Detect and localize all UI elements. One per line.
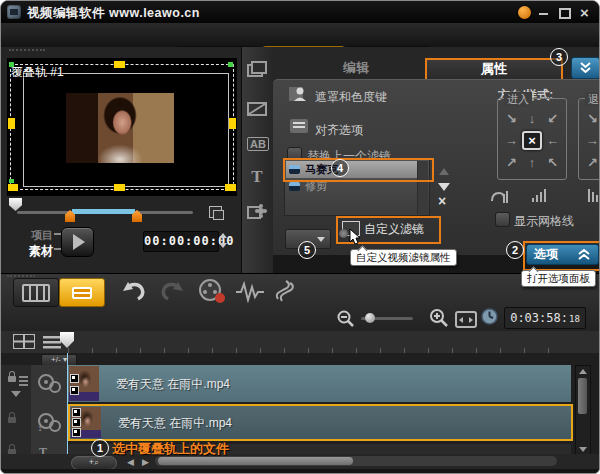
- exit-arrow[interactable]: →: [582, 129, 600, 151]
- ruler-storyboard-icon[interactable]: [13, 334, 35, 353]
- enter-arrow[interactable]: ←: [542, 129, 563, 151]
- scroll-left-icon[interactable]: ◀: [127, 457, 134, 467]
- video-track-clip[interactable]: 爱有天意 在雨中.mp4: [68, 365, 571, 402]
- horizontal-scroll-thumb[interactable]: [158, 457, 353, 465]
- maximize-icon[interactable]: [559, 8, 571, 19]
- title-gallery-icon[interactable]: T: [247, 167, 267, 187]
- handle-bottom-left-green[interactable]: [9, 179, 14, 183]
- exit-arrow[interactable]: ↗: [582, 151, 600, 173]
- handle-bottom-right[interactable]: [225, 184, 236, 191]
- enter-arrow[interactable]: ↑: [522, 151, 543, 173]
- title-ab-gallery-icon[interactable]: AB: [247, 137, 269, 151]
- playhead-line: [67, 353, 68, 454]
- sound-mixer-icon[interactable]: [235, 281, 265, 307]
- overlay-track-label: 覆叠轨 #1: [11, 64, 64, 81]
- storyboard-view-button[interactable]: [13, 278, 59, 307]
- play-button[interactable]: [61, 227, 94, 257]
- enter-arrow[interactable]: ↘: [501, 107, 522, 129]
- app-window: 视频编辑软件 www.leawo.cn × 文件 编辑 工具 设置 1 捕获 2…: [0, 0, 600, 474]
- track-list-icon[interactable]: [19, 372, 28, 390]
- scroll-up-icon[interactable]: [579, 369, 587, 374]
- annotation-circle-3: 3: [550, 48, 568, 66]
- filter-move-up-icon[interactable]: [439, 168, 449, 175]
- mask-chroma-button[interactable]: 遮罩和色度键: [315, 89, 387, 106]
- ruler-list-icon[interactable]: [43, 335, 61, 353]
- enter-static-center[interactable]: ×: [522, 131, 542, 150]
- fit-timeline-button[interactable]: +⌕: [71, 456, 117, 470]
- align-options-button[interactable]: 对齐选项: [315, 122, 363, 139]
- vertical-scroll-thumb[interactable]: [578, 378, 587, 414]
- overlay-lock-icon[interactable]: [8, 417, 16, 423]
- transition-gallery-icon[interactable]: [247, 101, 267, 121]
- zoom-in-icon[interactable]: [429, 308, 448, 331]
- handle-top-right[interactable]: [228, 62, 233, 67]
- overlay-track-icon[interactable]: 1: [37, 412, 61, 436]
- annotation-note-overlay: 选中覆叠轨上的文件: [112, 440, 229, 458]
- timeline-ruler[interactable]: 00:00:00:00 00:00:46:02 00:01:32:04 00:0…: [1, 331, 599, 354]
- redo-button[interactable]: [159, 279, 185, 307]
- zoom-slider-knob[interactable]: [365, 313, 375, 323]
- handle-bottom-left[interactable]: [8, 184, 18, 191]
- help-icon[interactable]: [518, 6, 531, 19]
- handle-top-left[interactable]: [9, 62, 14, 67]
- enter-direction-group: 进入 ↘ ↓ ↙ → × ← ↗ ↑ ↖: [497, 98, 567, 180]
- close-icon[interactable]: ×: [580, 4, 589, 21]
- fade-pause-icon[interactable]: [490, 189, 508, 207]
- fade-in-icon[interactable]: [532, 189, 546, 202]
- exit-direction-grid[interactable]: ↘ ↓ ↙ → × ← ↗ ↑ ↖: [582, 107, 600, 173]
- handle-left-mid[interactable]: [8, 118, 15, 129]
- media-gallery-icon[interactable]: [247, 61, 267, 82]
- preview-timecode[interactable]: 00:00:00:00: [143, 231, 219, 252]
- show-grid-label: 显示网格线: [514, 213, 574, 230]
- exit-arrow[interactable]: ↘: [582, 107, 600, 129]
- enlarge-preview-icon[interactable]: [209, 206, 222, 218]
- handle-bottom-mid[interactable]: [114, 184, 125, 191]
- clip-thumbnail: [71, 407, 101, 438]
- customize-filter-button[interactable]: 自定义滤镜: [364, 221, 424, 238]
- enter-arrow[interactable]: ↖: [542, 151, 563, 173]
- filter-gallery-icon[interactable]: [247, 203, 267, 224]
- undo-button[interactable]: [121, 279, 147, 307]
- timecode-spinner[interactable]: [219, 233, 228, 248]
- options-tooltip: 打开选项面板: [521, 270, 596, 287]
- handle-right-mid[interactable]: [229, 118, 236, 129]
- enter-arrow[interactable]: ↗: [501, 151, 522, 173]
- filter-delete-icon[interactable]: ×: [438, 193, 446, 209]
- record-capture-icon[interactable]: [197, 278, 227, 310]
- track-lock-column: [1, 365, 32, 454]
- minimize-icon[interactable]: [539, 13, 548, 15]
- auto-music-icon[interactable]: [273, 279, 299, 307]
- enter-arrow[interactable]: ↙: [542, 107, 563, 129]
- fade-out-icon[interactable]: [588, 189, 600, 202]
- scroll-right-icon[interactable]: ▶: [142, 457, 149, 467]
- audio-badge: [70, 386, 79, 395]
- overlay-track-clip-selected[interactable]: 爱有天意 在雨中.mp4: [68, 404, 573, 441]
- options-button[interactable]: 选项: [526, 244, 599, 265]
- enter-arrow[interactable]: ↓: [522, 107, 543, 129]
- timeline-view-button[interactable]: [59, 278, 105, 307]
- caret-down-icon[interactable]: [11, 391, 21, 397]
- tab-edit-panel[interactable]: 编辑: [291, 59, 421, 77]
- video-track-icon[interactable]: [37, 373, 61, 397]
- preview-viewport[interactable]: 覆叠轨 #1: [7, 58, 237, 196]
- duration-clock-icon[interactable]: [481, 308, 498, 329]
- collapse-panel-button[interactable]: [571, 57, 600, 79]
- enter-arrow[interactable]: →: [501, 129, 522, 151]
- zoom-out-icon[interactable]: [337, 310, 354, 331]
- enter-direction-grid[interactable]: ↘ ↓ ↙ → × ← ↗ ↑ ↖: [501, 107, 563, 173]
- filter-move-down-icon[interactable]: [438, 183, 450, 191]
- tab-attributes-panel[interactable]: 属性: [425, 58, 563, 81]
- play-icon: [73, 234, 85, 250]
- trim-range: [72, 209, 135, 214]
- pan-zoom-badge: [70, 374, 79, 383]
- mode-clip-label[interactable]: 素材: [29, 243, 53, 260]
- scroll-down-icon[interactable]: [579, 447, 587, 452]
- fit-project-icon[interactable]: [455, 311, 477, 328]
- project-duration-timecode[interactable]: 0:03:58:18: [504, 307, 586, 329]
- ripple-lock-icon[interactable]: [8, 376, 16, 382]
- chevron-double-down-icon: [578, 62, 593, 75]
- mode-project-label[interactable]: 项目: [31, 228, 53, 243]
- show-grid-checkbox[interactable]: [495, 212, 510, 227]
- handle-top-mid[interactable]: [114, 61, 125, 68]
- clip-filename: 爱有天意 在雨中.mp4: [118, 415, 232, 432]
